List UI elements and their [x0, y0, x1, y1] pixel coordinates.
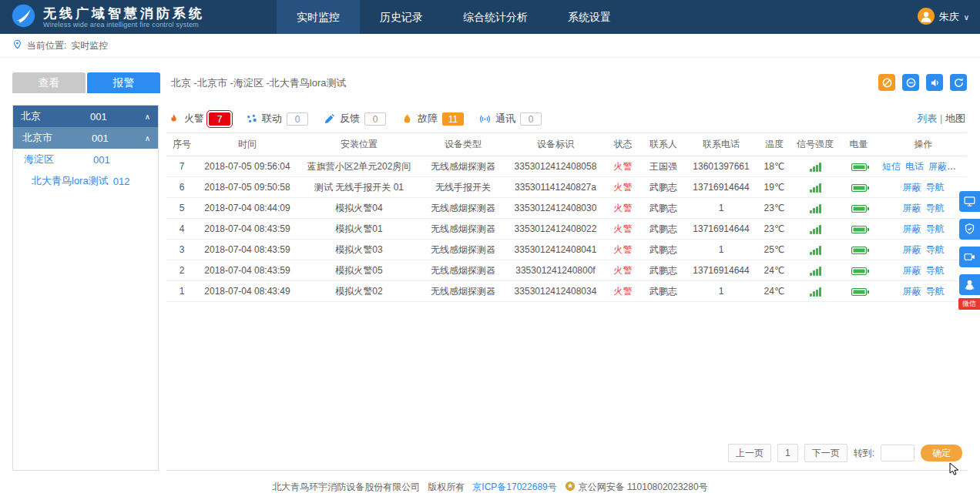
view-list-link[interactable]: 列表: [917, 112, 937, 124]
cell-device-id: 3353012412408034: [505, 281, 606, 302]
chevron-up-icon: ∧: [145, 134, 150, 143]
table-row: 32018-07-04 08:43:59模拟火警03无线感烟探测器3353012…: [166, 240, 967, 260]
collapse-button[interactable]: [902, 74, 919, 91]
tab-alarm[interactable]: 报警: [87, 72, 160, 93]
nav-item-3[interactable]: 系统设置: [548, 0, 631, 34]
signal-strength-icon: [810, 246, 821, 255]
tree-item-0[interactable]: 北京001∧: [13, 106, 158, 127]
refresh-button[interactable]: [950, 74, 967, 91]
cell-time: 2018-07-05 09:56:04: [197, 156, 297, 177]
tree-item-label: 北大青鸟lora测试: [32, 174, 109, 188]
action-link[interactable]: 屏蔽: [903, 244, 921, 255]
cell-status: 火警: [606, 219, 640, 240]
cell-no: 4: [166, 219, 197, 240]
table-header-row: 序号时间安装位置设备类型设备标识状态联系人联系电话温度信号强度电量操作: [166, 133, 967, 156]
tree-item-count: 001: [92, 133, 109, 144]
cell-location: 蓝旗营小区2单元202房间: [297, 156, 421, 177]
cell-status: 火警: [606, 198, 640, 219]
tree-item-3[interactable]: 北大青鸟lora测试012: [13, 170, 158, 192]
logo-icon: [11, 3, 36, 32]
cell-status: 火警: [606, 156, 640, 177]
action-link[interactable]: 导航: [926, 265, 945, 276]
cell-location: 模拟火警01: [297, 219, 421, 240]
cell-device-id: 3353012412408058: [505, 156, 606, 177]
signal-strength-icon: [810, 225, 821, 234]
cell-time: 2018-07-04 08:43:59: [197, 240, 297, 260]
signal-strength-icon: [810, 183, 821, 193]
tab-view[interactable]: 查看: [12, 72, 86, 93]
view-map-link[interactable]: 地图: [945, 112, 965, 124]
action-link[interactable]: 导航: [926, 244, 945, 255]
filter-fault[interactable]: 故障11: [401, 112, 464, 126]
action-link[interactable]: 屏蔽: [903, 203, 921, 213]
filter-feedback[interactable]: 反馈0: [324, 112, 386, 126]
sound-button[interactable]: [926, 74, 943, 91]
cell-device-id: 335301241240800f: [505, 260, 606, 281]
filter-comm[interactable]: 通讯0: [479, 112, 542, 126]
column-header: 联系电话: [686, 133, 756, 156]
page-number-button[interactable]: 1: [777, 444, 798, 462]
action-link[interactable]: 屏蔽: [903, 265, 921, 276]
tree-item-label: 北京: [21, 109, 86, 123]
signal-strength-icon: [810, 287, 821, 297]
column-header: 状态: [606, 133, 640, 156]
tree-item-1[interactable]: 北京市001∧: [13, 127, 158, 149]
nav-item-1[interactable]: 历史记录: [360, 0, 443, 34]
icp-link[interactable]: 京ICP备17022689号: [472, 481, 556, 494]
cell-location: 模拟火警02: [297, 281, 421, 302]
action-link[interactable]: 导航: [926, 286, 945, 297]
filter-linkage[interactable]: 联动0: [246, 112, 308, 126]
battery-icon: [851, 267, 867, 275]
toolbar-actions: [878, 74, 967, 93]
camera-button[interactable]: [959, 247, 980, 267]
action-link[interactable]: 屏蔽: [903, 223, 921, 234]
cell-temp: 24℃: [756, 260, 793, 281]
filter-fire[interactable]: 火警7: [168, 112, 230, 126]
tree-item-2[interactable]: 海淀区001: [13, 149, 158, 170]
action-link[interactable]: 导航: [926, 203, 945, 213]
action-link[interactable]: 短信: [882, 161, 901, 172]
wechat-badge[interactable]: 微信: [958, 298, 980, 310]
confirm-button[interactable]: 确定: [921, 445, 962, 461]
action-link[interactable]: 屏蔽: [928, 161, 947, 172]
cell-location: 模拟火警03: [297, 240, 421, 260]
filter-count: 0: [364, 112, 386, 126]
forbid-button[interactable]: [878, 74, 895, 91]
column-header: 时间: [197, 133, 297, 156]
shield-button[interactable]: [959, 219, 980, 240]
monitor-button[interactable]: [959, 191, 980, 212]
qq-service-button[interactable]: [959, 274, 980, 295]
action-link[interactable]: 屏蔽: [903, 286, 921, 297]
signal-strength-icon: [810, 204, 821, 213]
user-menu[interactable]: 朱庆 ∨: [918, 8, 969, 27]
action-link[interactable]: 导航: [926, 182, 945, 193]
action-link[interactable]: 电话: [905, 161, 924, 172]
cell-status: 火警: [606, 240, 640, 260]
goto-page-input[interactable]: [881, 445, 915, 461]
action-link[interactable]: 导航: [926, 223, 945, 234]
region-tree: 北京001∧北京市001∧海淀区001北大青鸟lora测试012: [12, 105, 159, 471]
filter-count: 11: [442, 112, 464, 126]
filter-label: 联动: [262, 112, 282, 126]
table-row: 72018-07-05 09:56:04蓝旗营小区2单元202房间无线感烟探测器…: [166, 156, 967, 177]
battery-icon: [851, 226, 867, 233]
cell-no: 7: [166, 156, 197, 177]
nav-item-0[interactable]: 实时监控: [277, 0, 360, 34]
cell-phone: 13716914644: [686, 260, 756, 281]
cell-status: 火警: [606, 281, 640, 302]
nav-item-2[interactable]: 综合统计分析: [443, 0, 548, 34]
tree-item-count: 001: [90, 111, 107, 122]
filters: 火警7联动0反馈0故障11通讯0: [168, 112, 542, 126]
cell-battery: [837, 219, 880, 240]
action-link[interactable]: 屏蔽: [903, 182, 921, 193]
prev-page-button[interactable]: 上一页: [728, 444, 771, 462]
user-name: 朱庆: [939, 10, 959, 24]
location-pin-icon: [12, 39, 22, 52]
app-subtitle: Wireless wide area intelligent fire cont…: [43, 21, 205, 29]
next-page-button[interactable]: 下一页: [804, 444, 847, 462]
cell-temp: 19℃: [756, 177, 793, 198]
cell-signal: [793, 260, 837, 281]
view-toggle: 列表 | 地图: [917, 112, 965, 126]
region-path: 北京 -北京市 -海淀区 -北大青鸟lora测试: [171, 72, 347, 93]
cell-device-id: 3353012412408022: [505, 219, 606, 240]
